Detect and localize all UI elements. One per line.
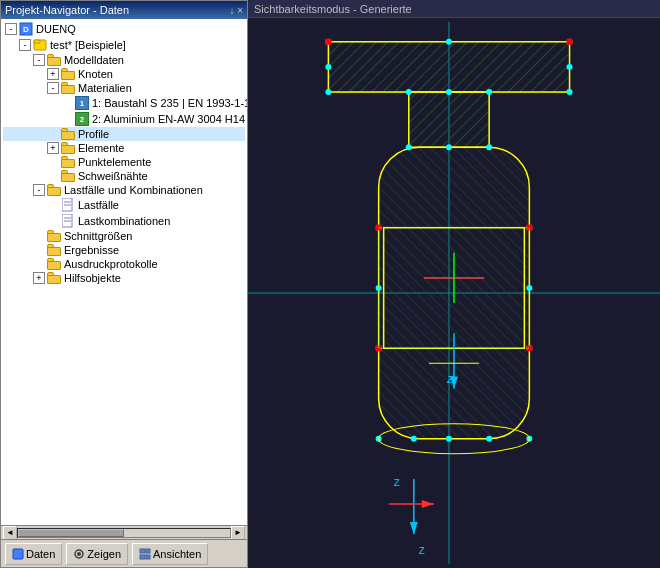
tree-item-profile[interactable]: Profile (3, 127, 245, 141)
folder-icon (47, 230, 61, 242)
tree-item[interactable]: + Elemente (3, 141, 245, 155)
panel-titlebar: Projekt-Navigator - Daten ↓ × (1, 1, 247, 19)
left-panel: Projekt-Navigator - Daten ↓ × - D DUENQ … (0, 0, 248, 568)
tree-item[interactable]: Punktelemente (3, 155, 245, 169)
svg-rect-16 (146, 555, 150, 559)
folder-icon (47, 54, 61, 66)
expand-icon[interactable]: - (5, 23, 17, 35)
tree-item[interactable]: Lastfälle (3, 197, 245, 213)
svg-rect-65 (325, 39, 331, 45)
tree-item-label: Profile (78, 128, 109, 140)
tree-item-label: test* [Beispiele] (50, 39, 126, 51)
svg-point-12 (77, 552, 81, 556)
folder-icon (47, 272, 61, 284)
expand-icon[interactable]: - (19, 39, 31, 51)
root-icon: D (19, 22, 33, 36)
tree-item-label: Schnittgrößen (64, 230, 132, 242)
view-icon (139, 548, 151, 560)
svg-point-45 (325, 89, 331, 95)
eye-icon (73, 548, 85, 560)
scroll-left-btn[interactable]: ◄ (3, 526, 17, 540)
tree-item-label: Knoten (78, 68, 113, 80)
tree-item-label: Ergebnisse (64, 244, 119, 256)
cad-viewport[interactable]: z z (248, 18, 660, 568)
expand-icon[interactable]: + (47, 142, 59, 154)
svg-text:z: z (446, 371, 454, 386)
svg-point-41 (446, 39, 452, 45)
tree-item[interactable]: 1 1: Baustahl S 235 | EN 1993-1-1:20... (3, 95, 245, 111)
cad-title: Sichtbarkeitsmodus - Generierte (254, 3, 412, 15)
svg-point-50 (406, 144, 412, 150)
tree-item[interactable]: - Lastfälle und Kombinationen (3, 183, 245, 197)
tree-item[interactable]: - test* [Beispiele] (3, 37, 245, 53)
svg-point-63 (486, 436, 492, 442)
svg-point-43 (325, 64, 331, 70)
tree-item[interactable]: + Hilfsobjekte (3, 271, 245, 285)
daten-button[interactable]: Daten (5, 543, 62, 565)
tree-item[interactable]: Lastkombinationen (3, 213, 245, 229)
tree-item[interactable]: Schweißnähte (3, 169, 245, 183)
ansichten-label: Ansichten (153, 548, 201, 560)
svg-text:z: z (419, 543, 425, 557)
expand-icon[interactable]: + (47, 68, 59, 80)
folder-icon (61, 82, 75, 94)
mat-icon: 1 (75, 96, 89, 110)
svg-point-61 (411, 436, 417, 442)
svg-point-48 (406, 89, 412, 95)
zeigen-button[interactable]: Zeigen (66, 543, 128, 565)
scrollbar-thumb[interactable] (18, 529, 124, 537)
tree-item[interactable]: Schnittgrößen (3, 229, 245, 243)
daten-label: Daten (26, 548, 55, 560)
svg-rect-14 (146, 549, 150, 553)
tree-item-label: 2: Aluminium EN-AW 3004 H14 | B... (92, 113, 247, 125)
scrollbar-track[interactable] (17, 528, 231, 538)
svg-point-52 (446, 144, 452, 150)
pin-icon[interactable]: ↓ × (229, 5, 243, 16)
folder-icon (47, 184, 61, 196)
svg-point-47 (567, 89, 573, 95)
tree-item-label: Modelldaten (64, 54, 124, 66)
tree-item[interactable]: 2 2: Aluminium EN-AW 3004 H14 | B... (3, 111, 245, 127)
titlebar-buttons: ↓ × (229, 5, 243, 16)
folder-icon (61, 170, 75, 182)
tree-item-label: Lastfälle (78, 199, 119, 211)
doc-icon (61, 214, 75, 228)
tree-item-label: Schweißnähte (78, 170, 148, 182)
doc-icon (61, 198, 75, 212)
expand-icon[interactable]: - (47, 82, 59, 94)
folder-icon (61, 156, 75, 168)
tree-item[interactable]: + Knoten (3, 67, 245, 81)
tree-item[interactable]: - Materialien (3, 81, 245, 95)
scroll-right-btn[interactable]: ► (231, 526, 245, 540)
svg-rect-15 (140, 555, 145, 559)
tree-item-label: Punktelemente (78, 156, 151, 168)
tree-item-label: Materialien (78, 82, 132, 94)
svg-rect-3 (34, 40, 40, 43)
tree-item-label: Hilfsobjekte (64, 272, 121, 284)
svg-point-49 (486, 89, 492, 95)
data-icon (12, 548, 24, 560)
tree-item[interactable]: Ausdruckprotokolle (3, 257, 245, 271)
svg-text:z: z (394, 475, 400, 489)
svg-point-51 (486, 144, 492, 150)
svg-point-44 (567, 64, 573, 70)
tree-container[interactable]: - D DUENQ - test* [Beispiele] - (1, 19, 247, 525)
zeigen-label: Zeigen (87, 548, 121, 560)
svg-rect-13 (140, 549, 145, 553)
expand-icon[interactable]: + (33, 272, 45, 284)
tree-item-label: Elemente (78, 142, 124, 154)
svg-text:D: D (23, 25, 29, 34)
tree-item[interactable]: - Modelldaten (3, 53, 245, 67)
expand-icon[interactable]: - (33, 184, 45, 196)
svg-rect-64 (567, 39, 573, 45)
project-icon (33, 38, 47, 52)
tree-item[interactable]: Ergebnisse (3, 243, 245, 257)
folder-icon (47, 244, 61, 256)
folder-icon (61, 128, 75, 140)
tree-item[interactable]: - D DUENQ (3, 21, 245, 37)
panels-row: Projekt-Navigator - Daten ↓ × - D DUENQ … (0, 0, 660, 568)
expand-icon[interactable]: - (33, 54, 45, 66)
horizontal-scrollbar[interactable]: ◄ ► (1, 525, 247, 539)
right-panel: Sichtbarkeitsmodus - Generierte (248, 0, 660, 568)
ansichten-button[interactable]: Ansichten (132, 543, 208, 565)
